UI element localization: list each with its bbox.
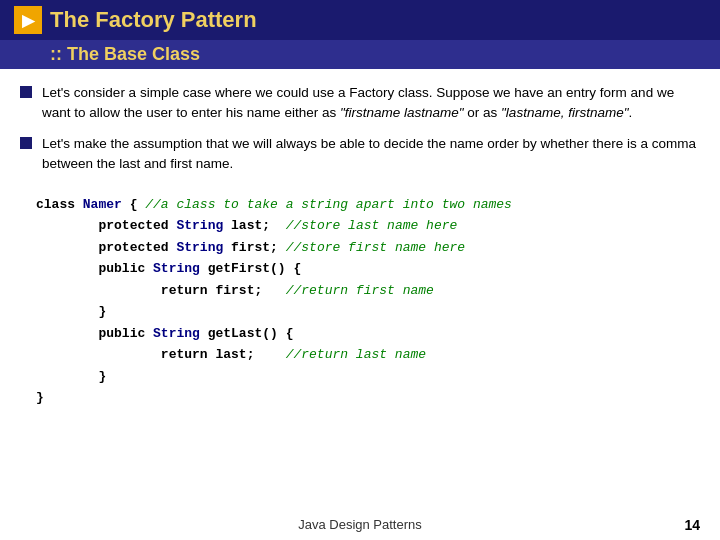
- bullet-text-1: Let's consider a simple case where we co…: [42, 83, 700, 124]
- code-line-8: return last; //return last name: [36, 344, 684, 365]
- list-item: Let's make the assumption that we will a…: [20, 134, 700, 175]
- code-line-10: }: [36, 387, 684, 408]
- bullet-icon: [20, 137, 32, 149]
- code-line-6: }: [36, 301, 684, 322]
- slide-subheader: :: The Base Class: [0, 40, 720, 69]
- bullet-icon: [20, 86, 32, 98]
- code-line-9: }: [36, 366, 684, 387]
- bullet-list: Let's consider a simple case where we co…: [20, 83, 700, 174]
- slide-title: The Factory Pattern: [50, 7, 257, 33]
- footer-page-number: 14: [684, 517, 700, 533]
- italic-text-1: "firstname lastname": [340, 105, 464, 120]
- footer-center-text: Java Design Patterns: [0, 517, 720, 532]
- italic-text-2: "lastname, firstname": [501, 105, 628, 120]
- code-line-4: public String getFirst() {: [36, 258, 684, 279]
- slide-header: ▶ The Factory Pattern: [0, 0, 720, 40]
- code-line-3: protected String first; //store first na…: [36, 237, 684, 258]
- slide-subtitle: :: The Base Class: [50, 44, 200, 64]
- slide: ▶ The Factory Pattern :: The Base Class …: [0, 0, 720, 540]
- list-item: Let's consider a simple case where we co…: [20, 83, 700, 124]
- code-line-1: class Namer { //a class to take a string…: [36, 194, 684, 215]
- slide-content: Let's consider a simple case where we co…: [0, 69, 720, 424]
- slide-footer: Java Design Patterns 14: [0, 517, 720, 532]
- header-icon: ▶: [14, 6, 42, 34]
- bullet-text-2: Let's make the assumption that we will a…: [42, 134, 700, 175]
- code-line-7: public String getLast() {: [36, 323, 684, 344]
- code-line-2: protected String last; //store last name…: [36, 215, 684, 236]
- code-line-5: return first; //return first name: [36, 280, 684, 301]
- code-block: class Namer { //a class to take a string…: [20, 188, 700, 414]
